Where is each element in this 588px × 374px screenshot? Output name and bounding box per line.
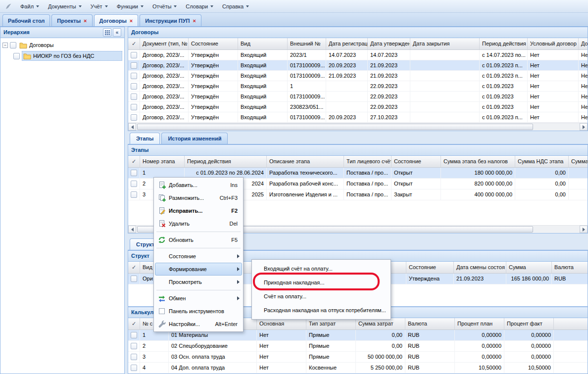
column-header[interactable]: Номер этапа (140, 156, 185, 167)
row-checkbox[interactable] (131, 52, 137, 58)
row-checkbox[interactable] (131, 94, 137, 100)
column-header[interactable]: Внешний № (288, 38, 326, 49)
table-row[interactable]: 303 Осн. оплата трудаНетПрямые50 000 000… (128, 352, 588, 363)
column-header[interactable]: Дата смены состоя (454, 262, 506, 273)
tab-Договоры[interactable]: Договоры× (94, 14, 139, 26)
column-header[interactable]: Сумма (506, 262, 552, 273)
menubar-item[interactable]: Учёт (86, 1, 112, 11)
column-header[interactable]: Сумма э (569, 156, 588, 167)
menubar-item[interactable]: Отчёты (148, 1, 181, 11)
column-header[interactable]: Тип затрат (306, 318, 356, 329)
column-header[interactable]: До (579, 38, 588, 49)
tab-Этапы[interactable]: Этапы (130, 133, 160, 144)
tree-checkbox[interactable] (10, 42, 16, 48)
column-header[interactable]: Описание этапа (267, 156, 344, 167)
row-checkbox[interactable] (131, 62, 137, 69)
close-icon[interactable]: × (193, 18, 196, 23)
menubar-item[interactable]: Справка (218, 1, 253, 11)
table-row[interactable]: Договор, 2023/...УтверждёнВходящий017310… (128, 60, 588, 71)
row-checkbox[interactable] (131, 114, 137, 121)
menubar-item[interactable]: Документы (44, 1, 86, 11)
row-checkbox[interactable] (131, 170, 137, 176)
column-header[interactable]: Вид (238, 38, 288, 49)
menu-item-Настройки[interactable]: Настройки...Alt+Enter (155, 318, 242, 330)
row-checkbox[interactable] (131, 191, 137, 198)
table-row[interactable]: Договор, 2023/...УтверждёнВходящий017310… (128, 92, 588, 102)
submenu-item-Входящийсчётнаоплату[interactable]: Входящий счёт на оплату... (253, 262, 390, 276)
menu-item-Панельинструментов[interactable]: Панель инструментов (155, 305, 242, 318)
tree-item-contracts[interactable]: − Договоры (0, 40, 124, 50)
column-header[interactable]: Сумма этапа без налогов (441, 156, 515, 167)
row-checkbox[interactable] (131, 332, 137, 338)
menu-item-Исправить[interactable]: Исправить...F2 (155, 204, 242, 217)
column-header[interactable]: ✓ (128, 262, 140, 273)
column-header[interactable]: Дата регистрации (326, 38, 368, 49)
menu-item-Обновить[interactable]: ОбновитьF5 (155, 234, 242, 246)
scroll-right-icon[interactable] (580, 123, 588, 131)
table-row[interactable]: Договор, 2023/...УтверждёнВходящий230823… (128, 102, 588, 112)
menu-item-Формирование[interactable]: Формирование (155, 263, 242, 276)
row-checkbox[interactable] (131, 181, 137, 187)
column-header[interactable]: Валюта (552, 262, 588, 273)
scroll-thumb[interactable] (137, 124, 533, 130)
submenu-item-Счётнаоплату[interactable]: Счёт на оплату... (253, 289, 390, 303)
column-header[interactable]: Состояние (189, 38, 238, 49)
row-checkbox[interactable] (131, 104, 137, 110)
column-header[interactable] (554, 318, 588, 329)
table-row[interactable]: Договор, 2023/...УтверждёнВходящий017310… (128, 71, 588, 81)
column-header[interactable]: Тип лицевого счёт (344, 156, 392, 167)
menu-item-Размножить[interactable]: Размножить...Ctrl+F3 (155, 191, 242, 204)
column-header[interactable]: Состояние (406, 262, 454, 273)
scroll-left-icon[interactable] (128, 123, 136, 131)
menu-item-Просмотреть[interactable]: Просмотреть (155, 276, 242, 288)
horizontal-scrollbar[interactable] (128, 123, 588, 131)
row-checkbox[interactable] (131, 83, 137, 90)
menu-item-Удалить[interactable]: УдалитьDel (155, 217, 242, 230)
scroll-left-icon[interactable] (128, 226, 136, 233)
table-row[interactable]: 202 СпецоборудованиеНетПрямые0,00RUB0,00… (128, 341, 588, 352)
table-row[interactable]: Договор, 2023/...УтверждёнВходящий2023/1… (128, 50, 588, 60)
column-header[interactable]: ✓ (128, 156, 140, 167)
close-icon[interactable]: × (130, 18, 133, 23)
column-header[interactable]: Сумма НДС этапа (515, 156, 569, 167)
table-row[interactable]: Договор, 2023/...УтверждёнВходящий122.09… (128, 81, 588, 92)
row-checkbox[interactable] (131, 354, 137, 360)
tree-expander-icon[interactable]: − (2, 43, 8, 48)
menubar-item[interactable]: Функции (112, 1, 148, 11)
tab-Рабочий стол[interactable]: Рабочий стол (2, 14, 50, 26)
tab-Инструкции ПУП[interactable]: Инструкции ПУП× (140, 14, 201, 26)
row-checkbox[interactable] (131, 365, 137, 371)
menu-item-Состояние[interactable]: Состояние (155, 250, 242, 263)
tree-item-niokr[interactable]: НИОКР по ГОЗ без НДС (0, 50, 124, 61)
column-header[interactable]: Документ (тип, № (140, 38, 189, 49)
menu-item-Обмен[interactable]: Обмен (155, 292, 242, 305)
menu-item-Добавить[interactable]: Добавить...Ins (155, 179, 242, 191)
column-header[interactable]: Процент план (455, 318, 504, 329)
column-header[interactable]: Период действия (480, 38, 528, 49)
column-header[interactable]: Процент факт (504, 318, 554, 329)
tab-История изменений[interactable]: История изменений (161, 133, 228, 144)
column-header[interactable]: Дата утверждения (368, 38, 410, 49)
column-header[interactable]: ✓ (128, 318, 140, 329)
column-header[interactable]: Основная (257, 318, 306, 329)
tab-Проекты[interactable]: Проекты× (51, 14, 92, 26)
scroll-right-icon[interactable] (580, 226, 588, 233)
row-checkbox[interactable] (131, 276, 137, 282)
column-header[interactable]: ✓ (128, 38, 140, 49)
close-icon[interactable]: × (84, 18, 87, 23)
collapse-panel-icon[interactable]: « (113, 28, 121, 37)
column-header[interactable]: Валюта (405, 318, 455, 329)
row-checkbox[interactable] (131, 73, 137, 79)
column-header[interactable]: Дата закрытия (410, 38, 480, 49)
submenu-item-Расходнаянакладнаянаотпускпотребителям[interactable]: Расходная накладная на отпуск потребител… (253, 303, 390, 317)
hierarchy-grid-icon[interactable] (103, 28, 111, 37)
menubar-item[interactable]: Файл (16, 1, 44, 11)
submenu-item-Приходнаянакладная[interactable]: Приходная накладная... (253, 276, 390, 289)
table-row[interactable]: Договор, 2023/...УтверждёнВходящий017310… (128, 112, 588, 123)
table-row[interactable]: 404 Доп. оплата трудаНетКосвенные5 250 0… (128, 363, 588, 374)
menubar-item[interactable]: Словари (181, 1, 218, 11)
column-header[interactable]: Период действия (185, 156, 267, 167)
tree-checkbox[interactable] (13, 53, 20, 59)
column-header[interactable]: Сумма затрат (356, 318, 405, 329)
column-header[interactable]: Условный договор (528, 38, 579, 49)
